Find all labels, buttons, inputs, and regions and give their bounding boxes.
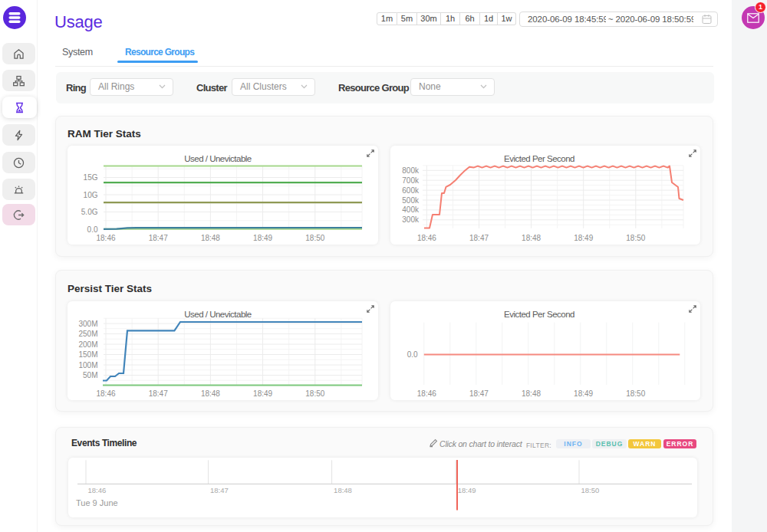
svg-text:18:49: 18:49 xyxy=(253,389,272,398)
svg-text:18:47: 18:47 xyxy=(469,389,489,398)
svg-text:18:48: 18:48 xyxy=(522,389,541,398)
svg-text:200M: 200M xyxy=(78,340,97,349)
svg-text:300M: 300M xyxy=(78,320,97,328)
svg-text:50M: 50M xyxy=(83,371,97,379)
svg-text:0.0: 0.0 xyxy=(407,350,418,359)
svg-text:Tue 9 June: Tue 9 June xyxy=(76,498,118,507)
svg-text:18:50: 18:50 xyxy=(305,234,324,242)
svg-text:18:46: 18:46 xyxy=(96,234,115,242)
svg-text:18:46: 18:46 xyxy=(96,389,115,398)
svg-text:18:49: 18:49 xyxy=(458,486,476,494)
svg-text:18:48: 18:48 xyxy=(334,486,352,494)
svg-text:18:46: 18:46 xyxy=(417,234,436,242)
svg-text:18:50: 18:50 xyxy=(626,234,645,242)
svg-text:10G: 10G xyxy=(84,191,98,199)
svg-text:400k: 400k xyxy=(402,205,420,214)
svg-text:18:48: 18:48 xyxy=(201,389,220,398)
svg-text:100M: 100M xyxy=(78,361,97,369)
svg-text:150M: 150M xyxy=(78,350,97,359)
svg-text:0.0: 0.0 xyxy=(87,225,98,234)
svg-text:18:49: 18:49 xyxy=(574,234,593,242)
svg-text:18:50: 18:50 xyxy=(581,486,600,494)
svg-text:18:50: 18:50 xyxy=(305,389,324,398)
svg-text:Evicted Per Second: Evicted Per Second xyxy=(504,154,574,163)
svg-text:600k: 600k xyxy=(402,186,420,195)
svg-text:300k: 300k xyxy=(402,215,420,224)
svg-text:18:49: 18:49 xyxy=(253,234,272,242)
svg-text:18:46: 18:46 xyxy=(88,486,107,494)
svg-text:15G: 15G xyxy=(84,173,98,182)
svg-text:18:47: 18:47 xyxy=(149,234,168,242)
svg-text:18:46: 18:46 xyxy=(417,389,436,398)
svg-text:18:47: 18:47 xyxy=(469,234,489,242)
svg-text:800k: 800k xyxy=(402,166,420,175)
svg-text:Used / Unevictable: Used / Unevictable xyxy=(184,310,252,319)
svg-text:500k: 500k xyxy=(402,196,420,205)
svg-text:18:47: 18:47 xyxy=(149,389,168,398)
svg-text:250M: 250M xyxy=(78,330,97,338)
svg-text:18:48: 18:48 xyxy=(522,234,541,242)
svg-text:Evicted Per Second: Evicted Per Second xyxy=(504,310,574,319)
svg-text:18:50: 18:50 xyxy=(626,389,645,398)
svg-text:18:49: 18:49 xyxy=(574,389,593,398)
svg-text:Used / Unevictable: Used / Unevictable xyxy=(184,154,252,163)
svg-text:700k: 700k xyxy=(402,176,420,185)
svg-text:18:47: 18:47 xyxy=(210,486,229,494)
svg-text:5.0G: 5.0G xyxy=(81,208,98,216)
svg-text:18:48: 18:48 xyxy=(201,234,220,242)
